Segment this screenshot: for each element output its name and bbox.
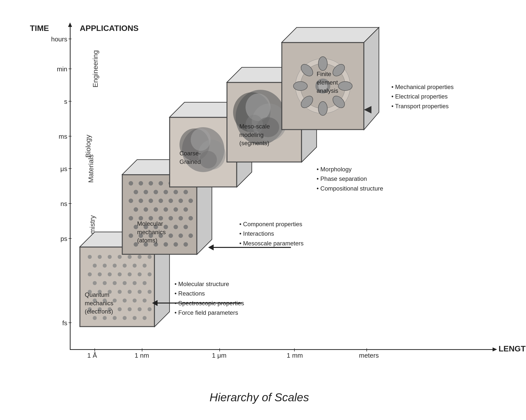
svg-point-78	[169, 199, 173, 203]
svg-marker-136	[282, 27, 379, 42]
meso-outputs: • Morphology • Phase separation • Compos…	[317, 165, 383, 193]
finite-outputs: • Mechanical properties • Electrical pro…	[391, 82, 454, 111]
molecular-box-label: Molecularmechanics(atoms)	[137, 219, 166, 245]
xtick-um: 1 μm	[212, 352, 226, 359]
meso-output-2: • Phase separation	[317, 174, 383, 184]
svg-point-70	[154, 190, 158, 194]
svg-point-121	[191, 128, 211, 151]
svg-point-105	[178, 233, 183, 238]
svg-point-68	[134, 190, 138, 194]
svg-point-46	[118, 307, 122, 311]
xtick-line-angstrom	[94, 348, 95, 351]
svg-point-35	[138, 290, 142, 294]
svg-point-55	[143, 316, 147, 320]
svg-point-84	[164, 207, 168, 212]
svg-point-106	[188, 233, 193, 238]
ytick-us: μs	[40, 165, 67, 173]
svg-point-17	[88, 272, 92, 276]
xtick-line-nm	[142, 348, 142, 351]
xtick-line-mm	[294, 348, 295, 351]
ytick-line-min	[69, 69, 72, 69]
ytick-min: min	[40, 65, 67, 73]
ytick-hours: hours	[40, 35, 67, 43]
svg-point-104	[169, 233, 173, 238]
diagram-container: TIME APPLICATIONS LENGTH hours min s ms …	[15, 10, 514, 409]
ytick-s: s	[40, 98, 67, 105]
svg-point-61	[129, 181, 133, 186]
svg-point-33	[118, 290, 122, 294]
ytick-ps: ps	[40, 235, 67, 243]
svg-marker-137	[364, 27, 379, 130]
svg-point-62	[139, 181, 143, 186]
svg-point-83	[154, 207, 158, 212]
svg-point-53	[123, 316, 127, 320]
svg-point-4	[88, 255, 92, 259]
svg-point-81	[134, 207, 138, 212]
svg-point-52	[113, 316, 117, 320]
svg-point-21	[128, 272, 132, 276]
svg-point-20	[118, 272, 122, 276]
svg-point-63	[149, 181, 153, 186]
svg-point-54	[133, 316, 137, 320]
svg-point-91	[169, 216, 173, 220]
finite-output-1: • Mechanical properties	[391, 82, 454, 92]
svg-point-25	[103, 281, 107, 285]
svg-point-93	[188, 216, 193, 220]
svg-point-49	[148, 307, 152, 311]
mol-output-2: • Interactions	[239, 229, 304, 238]
svg-point-40	[123, 299, 127, 303]
svg-point-13	[113, 264, 117, 268]
svg-point-82	[144, 207, 148, 212]
ytick-line-ms	[69, 136, 72, 136]
meso-output-3: • Compositional structure	[317, 184, 383, 193]
ytick-line-hours	[69, 39, 72, 39]
ytick-line-s	[69, 101, 72, 102]
svg-point-36	[148, 290, 152, 294]
svg-point-87	[129, 216, 133, 220]
svg-point-99	[183, 225, 188, 229]
length-label: LENGTH	[499, 344, 526, 353]
y-axis	[70, 25, 71, 349]
app-label-engineering: Engineering	[91, 50, 99, 87]
svg-point-147	[293, 82, 307, 91]
svg-point-122	[199, 151, 217, 168]
svg-point-27	[123, 281, 127, 285]
svg-point-112	[183, 242, 188, 247]
svg-point-80	[188, 199, 193, 203]
finite-output-3: • Transport properties	[391, 102, 454, 111]
svg-point-51	[103, 316, 107, 320]
quantum-output-4: • Force field parameters	[175, 308, 244, 317]
svg-point-29	[143, 281, 147, 285]
ytick-line-us	[69, 168, 72, 169]
molecular-outputs: • Component properties • Interactions • …	[239, 219, 304, 248]
page: TIME APPLICATIONS LENGTH hours min s ms …	[0, 0, 526, 420]
finite-output-2: • Electrical properties	[391, 92, 454, 101]
svg-point-6	[108, 255, 112, 259]
xtick-line-um	[219, 348, 220, 351]
svg-point-26	[113, 281, 117, 285]
svg-point-86	[183, 207, 188, 212]
svg-point-77	[159, 199, 163, 203]
ytick-line-ns	[69, 203, 72, 204]
xtick-line-meters	[366, 348, 367, 351]
applications-label: APPLICATIONS	[80, 24, 139, 33]
molecular-arrow	[208, 244, 291, 250]
svg-point-28	[133, 281, 137, 285]
svg-point-92	[178, 216, 183, 220]
mol-output-1: • Component properties	[239, 219, 304, 229]
svg-point-69	[144, 190, 148, 194]
quantum-output-1: • Molecular structure	[175, 279, 244, 289]
svg-point-41	[133, 299, 137, 303]
svg-point-100	[129, 233, 133, 238]
main-title: Hierarchy of Scales	[15, 391, 504, 404]
time-label: TIME	[30, 24, 49, 33]
svg-point-76	[149, 199, 153, 203]
svg-point-14	[123, 264, 127, 268]
svg-point-74	[129, 199, 133, 203]
ytick-fs: fs	[40, 319, 67, 327]
svg-point-111	[174, 242, 178, 247]
ytick-ms: ms	[40, 133, 67, 140]
ytick-line-ps	[69, 238, 72, 239]
app-label-biology: Biology	[84, 135, 92, 158]
svg-point-23	[148, 272, 152, 276]
